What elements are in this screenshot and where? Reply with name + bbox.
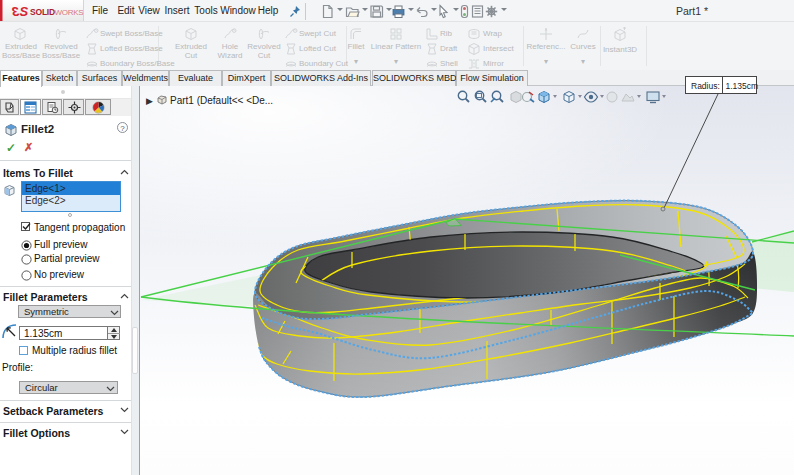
svg-text:SOLID: SOLID (30, 7, 55, 17)
svg-text:WORKS: WORKS (55, 8, 84, 17)
svg-text:S: S (20, 4, 29, 19)
svg-text:3: 3 (12, 4, 20, 19)
